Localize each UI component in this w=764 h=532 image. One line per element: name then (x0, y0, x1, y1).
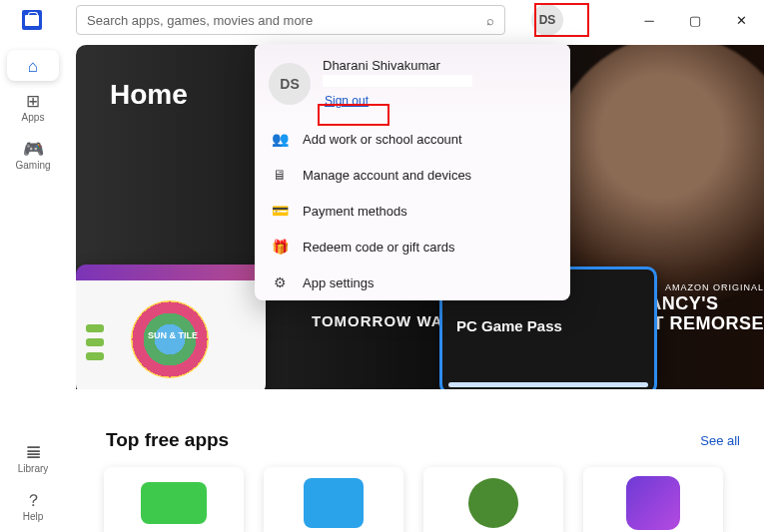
page-title: Home (110, 79, 188, 111)
hero-text-tomorrow: TOMORROW WAR (312, 312, 454, 329)
nav-help[interactable]: ？ Help (7, 484, 59, 528)
gear-icon: ⚙ (271, 274, 289, 290)
menu-label: Add work or school account (303, 132, 462, 147)
devices-icon: 🖥 (271, 167, 289, 183)
nav-apps[interactable]: ⊞ Apps (7, 85, 59, 129)
menu-label: App settings (303, 275, 375, 290)
apps-row (76, 455, 764, 532)
app-card[interactable] (264, 467, 403, 532)
menu-app-settings[interactable]: ⚙ App settings (255, 265, 570, 300)
gaming-icon: 🎮 (23, 141, 44, 158)
app-card[interactable] (423, 467, 563, 532)
search-input[interactable]: Search apps, games, movies and more ⌕ (76, 5, 505, 35)
account-email-redacted (323, 75, 472, 87)
library-icon: 𝌆 (26, 444, 41, 461)
search-icon[interactable]: ⌕ (486, 13, 494, 28)
hero-text-amazon: AMAZON ORIGINAL (665, 282, 764, 292)
nav-home[interactable]: ⌂ Home (7, 50, 59, 81)
app-card[interactable] (104, 467, 244, 532)
see-all-link[interactable]: See all (700, 433, 740, 448)
menu-add-work-account[interactable]: 👥 Add work or school account (255, 121, 570, 157)
sign-out-link[interactable]: Sign out (323, 93, 371, 109)
minimize-button[interactable]: ─ (626, 0, 672, 40)
help-icon: ？ (25, 492, 42, 509)
dropdown-header: DS Dharani Shivakumar Sign out (255, 44, 570, 121)
pc-game-pass-label: PC Game Pass (456, 317, 562, 334)
card-icon: 💳 (271, 203, 289, 219)
gift-icon: 🎁 (271, 239, 289, 255)
search-placeholder: Search apps, games, movies and more (87, 13, 313, 28)
hero-thumb-card[interactable]: SUN & TILE (76, 265, 266, 389)
menu-redeem-code[interactable]: 🎁 Redeem code or gift cards (255, 229, 570, 265)
apps-icon: ⊞ (26, 93, 40, 110)
people-icon: 👥 (271, 131, 289, 147)
store-logo-icon (22, 10, 42, 30)
menu-label: Manage account and devices (303, 168, 471, 183)
account-name: Dharani Shivakumar (323, 58, 472, 73)
account-dropdown: DS Dharani Shivakumar Sign out 👥 Add wor… (255, 44, 570, 300)
maximize-button[interactable]: ▢ (672, 0, 718, 40)
menu-label: Redeem code or gift cards (303, 240, 454, 255)
pc-game-pass-progress (448, 382, 648, 387)
app-card[interactable] (583, 467, 723, 532)
nav-rail: ⌂ Home ⊞ Apps 🎮 Gaming 𝌆 Library ？ Help (0, 40, 66, 532)
title-bar: Search apps, games, movies and more ⌕ DS… (0, 0, 764, 40)
menu-label: Payment methods (303, 204, 407, 219)
dropdown-avatar: DS (269, 63, 311, 105)
account-avatar-button[interactable]: DS (531, 4, 563, 36)
menu-payment-methods[interactable]: 💳 Payment methods (255, 193, 570, 229)
nav-library[interactable]: 𝌆 Library (7, 436, 59, 480)
window-controls: ─ ▢ ✕ (626, 0, 764, 40)
menu-manage-account[interactable]: 🖥 Manage account and devices (255, 157, 570, 193)
nav-gaming[interactable]: 🎮 Gaming (7, 133, 59, 177)
section-title: Top free apps (106, 429, 229, 451)
close-button[interactable]: ✕ (718, 0, 764, 40)
top-free-apps-section: Top free apps See all (76, 419, 764, 532)
home-icon: ⌂ (28, 58, 38, 75)
